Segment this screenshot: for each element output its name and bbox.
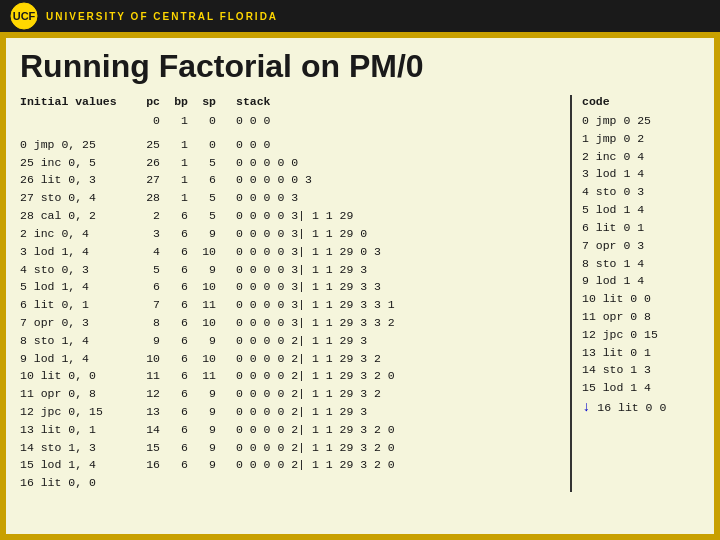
row-label: 10 lit 0, 0: [20, 367, 130, 385]
row-sp: 9: [188, 421, 216, 439]
row-label: 3 lod 1, 4: [20, 243, 130, 261]
row-stack: 0 0 0 0 3| 1 1 29 3: [216, 261, 560, 279]
code-line: 11 opr 0 8: [582, 308, 700, 326]
table-row: 25 inc 0, 5 26 1 5 0 0 0 0 0: [20, 154, 560, 172]
row-stack: 0 0 0 0 2| 1 1 29 3 2: [216, 350, 560, 368]
col-label-header: Initial values: [20, 95, 130, 108]
init-sp: 0: [188, 112, 216, 130]
row-sp: [188, 474, 216, 492]
code-line: ↓ 16 lit 0 0: [582, 397, 700, 419]
code-line: 15 lod 1 4: [582, 379, 700, 397]
row-stack: 0 0 0 0 3| 1 1 29 3 3 2: [216, 314, 560, 332]
page-title: Running Factorial on PM/0: [20, 48, 700, 85]
code-line: 5 lod 1 4: [582, 201, 700, 219]
row-stack: 0 0 0 0 2| 1 1 29 3 2: [216, 385, 560, 403]
row-stack: 0 0 0 0 3: [216, 189, 560, 207]
code-line: 14 sto 1 3: [582, 361, 700, 379]
row-pc: 27: [130, 171, 160, 189]
row-sp: 5: [188, 189, 216, 207]
row-bp: 6: [160, 278, 188, 296]
row-bp: 1: [160, 154, 188, 172]
table-header: Initial values pc bp sp stack: [20, 95, 560, 108]
row-sp: 9: [188, 261, 216, 279]
col-pc-header: pc: [130, 95, 160, 108]
row-stack: 0 0 0 0 2| 1 1 29 3 2 0: [216, 367, 560, 385]
row-sp: 11: [188, 367, 216, 385]
row-sp: 5: [188, 154, 216, 172]
row-label: 6 lit 0, 1: [20, 296, 130, 314]
code-line: 2 inc 0 4: [582, 148, 700, 166]
row-stack: 0 0 0 0 2| 1 1 29 3 2 0: [216, 439, 560, 457]
row-stack: 0 0 0 0 3| 1 1 29 0: [216, 225, 560, 243]
row-stack: [216, 474, 560, 492]
row-pc: 9: [130, 332, 160, 350]
row-bp: 6: [160, 439, 188, 457]
row-stack: 0 0 0 0 3| 1 1 29 0 3: [216, 243, 560, 261]
table-row: 7 opr 0, 3 8 6 10 0 0 0 0 3| 1 1 29 3 3 …: [20, 314, 560, 332]
table-row: 8 sto 1, 4 9 6 9 0 0 0 0 2| 1 1 29 3: [20, 332, 560, 350]
init-label: [20, 112, 130, 130]
data-rows: 0 jmp 0, 25 25 1 0 0 0 0 25 inc 0, 5 26 …: [20, 136, 560, 492]
row-label: 27 sto 0, 4: [20, 189, 130, 207]
row-label: 7 opr 0, 3: [20, 314, 130, 332]
arrow-icon: ↓: [582, 399, 590, 415]
row-bp: 6: [160, 207, 188, 225]
row-bp: 6: [160, 421, 188, 439]
row-label: 12 jpc 0, 15: [20, 403, 130, 421]
row-stack: 0 0 0 0 2| 1 1 29 3: [216, 332, 560, 350]
row-stack: 0 0 0: [216, 136, 560, 154]
row-pc: 14: [130, 421, 160, 439]
row-label: 9 lod 1, 4: [20, 350, 130, 368]
row-pc: 26: [130, 154, 160, 172]
code-line: 10 lit 0 0: [582, 290, 700, 308]
row-bp: 6: [160, 261, 188, 279]
row-stack: 0 0 0 0 0: [216, 154, 560, 172]
row-stack: 0 0 0 0 2| 1 1 29 3 2 0: [216, 421, 560, 439]
row-label: 28 cal 0, 2: [20, 207, 130, 225]
code-line: 6 lit 0 1: [582, 219, 700, 237]
row-bp: 1: [160, 171, 188, 189]
row-sp: 9: [188, 439, 216, 457]
row-sp: 9: [188, 403, 216, 421]
row-pc: 8: [130, 314, 160, 332]
table-row: 27 sto 0, 4 28 1 5 0 0 0 0 3: [20, 189, 560, 207]
row-pc: 5: [130, 261, 160, 279]
row-pc: 3: [130, 225, 160, 243]
init-stack: 0 0 0: [216, 112, 560, 130]
row-sp: 10: [188, 314, 216, 332]
row-label: 25 inc 0, 5: [20, 154, 130, 172]
table-row: 13 lit 0, 1 14 6 9 0 0 0 0 2| 1 1 29 3 2…: [20, 421, 560, 439]
right-panel: code 0 jmp 0 251 jmp 0 22 inc 0 43 lod 1…: [570, 95, 700, 492]
row-sp: 6: [188, 171, 216, 189]
row-sp: 10: [188, 350, 216, 368]
code-line: 0 jmp 0 25: [582, 112, 700, 130]
row-bp: 6: [160, 403, 188, 421]
row-sp: 10: [188, 278, 216, 296]
code-line: 12 jpc 0 15: [582, 326, 700, 344]
row-pc: 13: [130, 403, 160, 421]
code-line: 1 jmp 0 2: [582, 130, 700, 148]
row-bp: 6: [160, 296, 188, 314]
row-label: 16 lit 0, 0: [20, 474, 130, 492]
main-content: Running Factorial on PM/0 Initial values…: [6, 38, 714, 534]
table-row: 2 inc 0, 4 3 6 9 0 0 0 0 3| 1 1 29 0: [20, 225, 560, 243]
university-name: UNIVERSITY OF CENTRAL FLORIDA: [46, 11, 278, 22]
row-bp: [160, 474, 188, 492]
code-line: 4 sto 0 3: [582, 183, 700, 201]
row-label: 5 lod 1, 4: [20, 278, 130, 296]
left-panel: Initial values pc bp sp stack 0 1 0 0 0 …: [20, 95, 570, 492]
row-sp: 9: [188, 332, 216, 350]
row-stack: 0 0 0 0 3| 1 1 29: [216, 207, 560, 225]
row-stack: 0 0 0 0 2| 1 1 29 3 2 0: [216, 456, 560, 474]
code-line: 9 lod 1 4: [582, 272, 700, 290]
row-pc: 28: [130, 189, 160, 207]
row-bp: 6: [160, 243, 188, 261]
row-sp: 9: [188, 385, 216, 403]
row-pc: 15: [130, 439, 160, 457]
table-row: 6 lit 0, 1 7 6 11 0 0 0 0 3| 1 1 29 3 3 …: [20, 296, 560, 314]
row-sp: 9: [188, 456, 216, 474]
row-stack: 0 0 0 0 0 3: [216, 171, 560, 189]
initial-values-row: 0 1 0 0 0 0: [20, 112, 560, 130]
col-stack-header: stack: [216, 95, 560, 108]
header-bar: UCF UNIVERSITY OF CENTRAL FLORIDA: [0, 0, 720, 32]
